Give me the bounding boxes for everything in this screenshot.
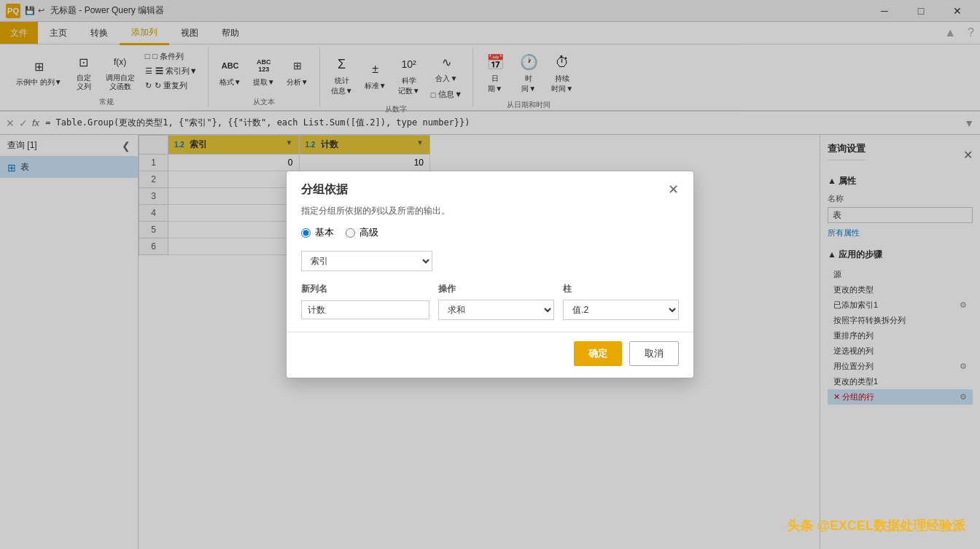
new-col-header: 新列名 (301, 283, 429, 295)
radio-advanced-label: 高级 (359, 226, 378, 239)
dialog-title: 分组依据 (301, 182, 348, 198)
new-col-input[interactable] (301, 300, 429, 319)
radio-basic-input[interactable] (301, 228, 311, 238)
dialog-description: 指定分组所依据的列以及所需的输出。 (301, 205, 679, 217)
cancel-button[interactable]: 取消 (629, 341, 679, 366)
column-header: 柱 (563, 283, 679, 295)
dialog-body: 指定分组所依据的列以及所需的输出。 基本 高级 索引 新列名 操作 (287, 205, 693, 332)
operation-header: 操作 (438, 283, 554, 295)
group-by-select-row: 索引 (301, 251, 679, 271)
dialog-radio-group: 基本 高级 (301, 226, 679, 239)
radio-basic-label: 基本 (315, 226, 334, 239)
dialog-header: 分组依据 ✕ (287, 171, 693, 205)
radio-basic[interactable]: 基本 (301, 226, 334, 239)
dialog-overlay: 分组依据 ✕ 指定分组所依据的列以及所需的输出。 基本 高级 索引 (0, 0, 980, 549)
dialog-inputs-row: 求和 平均值 最小值 最大值 计数 值.2 值.1 索引 (301, 300, 679, 320)
column-select[interactable]: 值.2 值.1 索引 (563, 300, 679, 320)
radio-advanced[interactable]: 高级 (346, 226, 378, 239)
dialog-close-button[interactable]: ✕ (668, 182, 679, 198)
group-by-dialog: 分组依据 ✕ 指定分组所依据的列以及所需的输出。 基本 高级 索引 (286, 171, 694, 378)
radio-advanced-input[interactable] (346, 228, 355, 238)
ok-button[interactable]: 确定 (574, 341, 622, 366)
dialog-footer: 确定 取消 (287, 332, 693, 378)
dialog-column-headers: 新列名 操作 柱 (301, 283, 679, 295)
group-by-select[interactable]: 索引 (301, 251, 432, 271)
operation-select[interactable]: 求和 平均值 最小值 最大值 计数 (438, 300, 554, 320)
